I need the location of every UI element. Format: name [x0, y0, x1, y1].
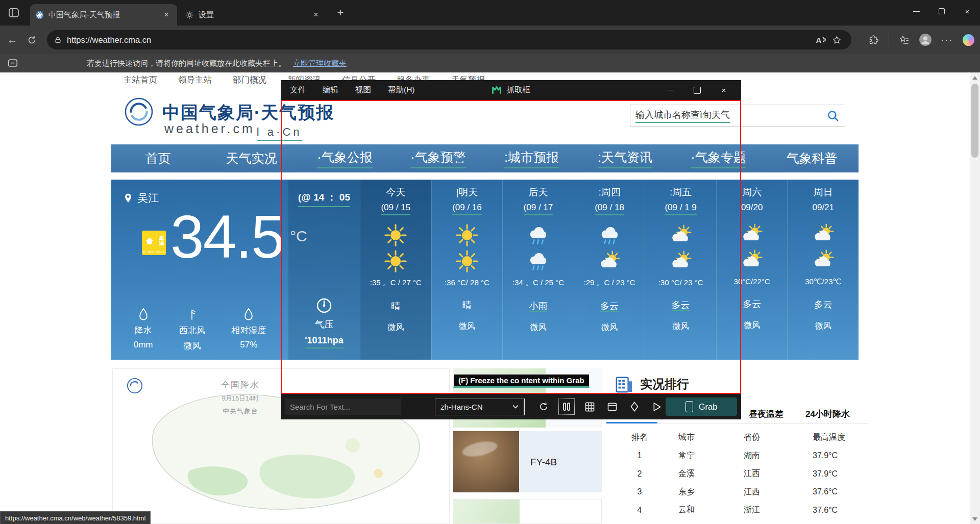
grab-app-icon	[492, 85, 502, 95]
nav-city-forecast[interactable]: :城市预报	[485, 144, 578, 172]
profile-avatar[interactable]	[919, 33, 932, 46]
ranking-table: 排名 城市 省份 最高温度 1 常宁 湖南 37.9°C 2 金溪 江西 37.…	[606, 429, 869, 524]
grab-window-controls: ×	[657, 80, 737, 100]
tab-24h-precip[interactable]: 24小时降水	[805, 408, 850, 420]
workspaces-icon[interactable]	[6, 6, 21, 19]
satellite-card[interactable]: FY-4B	[453, 431, 602, 492]
nav-weather-news[interactable]: :天气资讯	[578, 144, 672, 172]
forecast-col-saturday[interactable]: 周六 09/20 30°C/22°C 多云 微风	[716, 180, 788, 360]
scrollbar-thumb[interactable]	[971, 84, 978, 158]
top-link[interactable]: 部门概况	[233, 74, 266, 86]
nav-home[interactable]: 首页	[111, 144, 205, 172]
grab-close-button[interactable]: ×	[710, 80, 737, 100]
city-search-input[interactable]: 输入城市名称查ì旬天气	[630, 105, 845, 127]
copilot-button[interactable]	[962, 33, 975, 46]
sun-icon	[455, 249, 479, 273]
heat-wave-icon	[142, 231, 157, 251]
condition: 多云	[672, 299, 690, 311]
nav-science[interactable]: 气象科普	[765, 144, 859, 172]
forecast-col-day3[interactable]: 后天 (09 / 17 :34 。C / 25 °C 小雨 微风	[502, 180, 574, 360]
grid-icon[interactable]	[582, 399, 597, 414]
tab-close-icon[interactable]: ×	[161, 9, 172, 20]
url-text[interactable]: https://weather.cma.cn	[67, 35, 814, 45]
forecast-col-thursday[interactable]: :周四 (09 / 18 :29 。C / 23 °C 多云 微风	[574, 180, 645, 360]
grab-search-input[interactable]	[285, 398, 401, 415]
satellite-label: FY-4B	[530, 457, 557, 468]
favorite-star-button[interactable]	[829, 32, 844, 47]
current-temperature: 34.5	[170, 202, 284, 271]
table-row[interactable]: 5	[606, 519, 869, 524]
site-logo-subtitle-ocr: l a·Cn	[257, 126, 302, 141]
scroll-up-icon[interactable]	[970, 72, 980, 83]
window-minimize-button[interactable]	[903, 0, 929, 22]
grab-button[interactable]: Grab	[666, 397, 737, 416]
window-close-button[interactable]: ×	[954, 0, 980, 22]
grab-maximize-button[interactable]	[684, 80, 710, 100]
forecast-col-today[interactable]: 今天 (09 / 15 :35 。C / 27 °C 晴 微风	[360, 180, 431, 360]
active-tab-indicator	[606, 422, 657, 423]
sun-icon	[455, 223, 479, 247]
location[interactable]: 吴江	[124, 191, 159, 205]
favorites-hub-button[interactable]	[897, 33, 911, 46]
precipitation-map-card[interactable]: 全国降水 9月15日14时 中央气象台	[112, 368, 450, 524]
nav-special-topics[interactable]: ·气象专题	[672, 144, 765, 172]
tab-settings[interactable]: 设置 ×	[180, 4, 327, 26]
tab-day-night-range[interactable]: 昼夜温差	[749, 408, 783, 420]
nav-current-weather[interactable]: 天气实况	[205, 144, 298, 172]
grab-window-titlebar[interactable]: 文件 编辑 视图 帮助(H) 抓取框 ×	[281, 80, 741, 100]
new-tab-button[interactable]: +	[333, 5, 348, 20]
condition: 小雨	[529, 300, 547, 312]
wind-stat: 西北风微风	[179, 308, 205, 352]
menu-view[interactable]: 视图	[355, 85, 371, 95]
forecast-col-sunday[interactable]: 周日 09/21 30℃/23℃ 多云 微风	[787, 180, 859, 360]
table-row[interactable]: 2 金溪 江西 37.9°C	[606, 465, 869, 483]
partly-cloudy-icon	[740, 222, 764, 246]
current-stats: 降水0mm 西北风微风 相对湿度57%	[111, 308, 288, 352]
forecast-col-tomorrow[interactable]: |明天 (09 / 16 :36 °C/ 28 °C 晴 微风	[431, 180, 503, 360]
droplet-icon	[243, 308, 254, 321]
resize-diamond-icon[interactable]	[627, 399, 642, 414]
refresh-icon[interactable]	[536, 399, 551, 414]
nav-warning[interactable]: ·气象预警	[391, 144, 485, 172]
menu-help[interactable]: 帮助(H)	[388, 85, 415, 95]
extensions-button[interactable]	[867, 33, 880, 46]
grab-minimize-button[interactable]	[657, 80, 684, 100]
freeze-pause-icon[interactable]	[558, 398, 575, 415]
search-icon[interactable]	[826, 109, 840, 122]
menu-file[interactable]: 文件	[290, 85, 306, 95]
toolbar-divider	[889, 34, 889, 45]
map-title: 全国降水	[174, 379, 307, 391]
page-scrollbar[interactable]	[970, 72, 980, 524]
top-link[interactable]: 主站首页	[124, 74, 157, 86]
scroll-down-icon[interactable]	[970, 514, 980, 524]
manage-favorites-link[interactable]: 立即管理收藏夹	[293, 59, 347, 68]
table-row[interactable]: 4 云和 浙江 37.6°C	[606, 501, 869, 519]
location-pin-icon	[124, 192, 133, 204]
table-row[interactable]: 1 常宁 湖南 37.9°C	[606, 447, 869, 465]
settings-more-button[interactable]: ···	[940, 33, 953, 46]
play-icon[interactable]	[649, 399, 665, 414]
address-bar[interactable]: https://weather.cma.cn A	[47, 30, 851, 49]
heat-wave-warning-badge[interactable]: 高温 黄 HEAT WAVE	[142, 231, 166, 255]
tab-weather-cma[interactable]: 中国气象局-天气预报 ×	[30, 4, 177, 26]
menu-edit[interactable]: 编辑	[323, 85, 338, 95]
read-aloud-button[interactable]: A	[814, 32, 829, 47]
forecast-col-friday[interactable]: :周五 (09 / 1 9 :30 °C/ 23 °C 多云 微风	[645, 180, 716, 360]
humidity-stat: 相对湿度57%	[231, 308, 266, 352]
table-row[interactable]: 3 东乡 江西 37.6°C	[606, 483, 869, 502]
top-link[interactable]: 领导主站	[178, 74, 212, 86]
window-frame-icon[interactable]	[604, 399, 620, 414]
now-column: (@ 14 ： 05 气压 '1011hpa	[288, 180, 360, 360]
next-thumbnail-card[interactable]	[453, 499, 602, 524]
nav-bulletin[interactable]: ·气象公报	[298, 144, 391, 172]
screen: 中国气象局-天气预报 × 设置 × + × ← https://weather.…	[0, 0, 980, 524]
map-thumbnail	[453, 500, 520, 524]
partly-cloudy-icon	[669, 249, 693, 273]
status-bar-link-preview: https://weather.cma.cn/web/weather/58359…	[0, 511, 151, 524]
toolbar-right-icons: ···	[867, 26, 975, 54]
back-button[interactable]: ←	[5, 33, 19, 47]
tab-close-icon[interactable]: ×	[310, 9, 322, 20]
refresh-button[interactable]	[24, 33, 39, 47]
window-restore-button[interactable]	[929, 0, 954, 22]
language-dropdown[interactable]: zh-Hans-CN	[435, 398, 525, 415]
